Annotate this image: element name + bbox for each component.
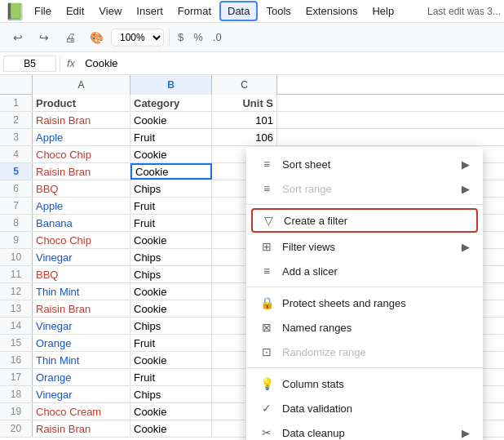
dropdown-item-label: Create a filter — [284, 215, 347, 227]
cell-a[interactable]: Thin Mint — [33, 352, 130, 368]
zoom-select[interactable]: 100% — [111, 29, 164, 47]
dropdown-item-data-cleanup[interactable]: ✂ Data cleanup ▶ — [246, 420, 483, 440]
menu-edit[interactable]: Edit — [60, 2, 91, 20]
undo-button[interactable]: ↩ — [7, 26, 29, 49]
dropdown-item-data-validation[interactable]: ✓ Data validation — [246, 396, 483, 420]
dropdown-separator — [246, 367, 483, 368]
formula-bar: fx — [0, 52, 504, 75]
row-number: 20 — [0, 420, 33, 437]
table-row[interactable]: 3 Apple Fruit 106 — [0, 129, 504, 146]
cell-b[interactable]: Cookie — [130, 403, 212, 420]
cell-a[interactable]: Choco Cream — [33, 403, 130, 420]
randomize-icon: ⊡ — [259, 344, 274, 359]
cell-a[interactable]: Raisin Bran — [33, 112, 130, 128]
menu-help[interactable]: Help — [365, 2, 400, 20]
cell-a[interactable]: Thin Mint — [33, 283, 130, 300]
dropdown-item-label: Sort sheet — [282, 158, 330, 171]
dropdown-item-named-ranges[interactable]: ⊠ Named ranges — [246, 315, 483, 340]
cell-a[interactable]: BBQ — [33, 180, 130, 197]
cell-a[interactable]: Choco Chip — [33, 232, 130, 248]
filter-views-icon: ⊞ — [259, 239, 274, 254]
menu-format[interactable]: Format — [171, 2, 218, 20]
menu-insert[interactable]: Insert — [130, 2, 170, 20]
cell-reference-input[interactable] — [3, 56, 56, 72]
cell-b[interactable]: Chips — [130, 249, 212, 265]
table-row[interactable]: 1 Product Category Unit S — [0, 95, 504, 112]
print-button[interactable]: 🖨 — [59, 26, 82, 49]
redo-button[interactable]: ↪ — [33, 26, 55, 49]
percent-button[interactable]: % — [190, 29, 206, 45]
cell-b[interactable]: Cookie — [130, 146, 212, 162]
cell-a[interactable]: BBQ — [33, 266, 130, 282]
row-number: 17 — [0, 369, 33, 385]
cell-b[interactable]: Fruit — [130, 129, 212, 145]
cell-a[interactable]: Vinegar — [33, 318, 130, 334]
row-number: 16 — [0, 352, 33, 368]
arrow-icon: ▶ — [462, 241, 470, 253]
menu-data[interactable]: Data — [219, 1, 258, 21]
cell-a[interactable]: Raisin Bran — [33, 420, 130, 437]
cell-a[interactable]: Raisin Bran — [33, 163, 130, 180]
paint-button[interactable]: 🎨 — [85, 26, 108, 49]
dropdown-item-sort-sheet[interactable]: ≡ Sort sheet ▶ — [246, 152, 483, 176]
cell-b[interactable]: Cookie — [130, 112, 212, 128]
cell-b[interactable]: Fruit — [130, 215, 212, 231]
dropdown-item-create-filter[interactable]: ▽ Create a filter — [251, 208, 478, 233]
cell-a[interactable]: Orange — [33, 335, 130, 351]
cell-b[interactable]: Category — [130, 95, 212, 111]
menu-file[interactable]: File — [28, 2, 58, 20]
cell-b[interactable]: Cookie — [130, 283, 212, 300]
col-header-b[interactable]: B — [130, 75, 212, 95]
cell-c[interactable]: 106 — [212, 129, 277, 145]
dropdown-item-add-slicer[interactable]: ≡ Add a slicer — [246, 259, 483, 283]
dropdown-separator — [246, 204, 483, 205]
cell-b[interactable]: Chips — [130, 318, 212, 334]
fx-label: fx — [64, 57, 78, 69]
row-number: 1 — [0, 95, 33, 111]
cell-a[interactable]: Apple — [33, 129, 130, 145]
dropdown-item-col-stats[interactable]: 💡 Column stats — [246, 371, 483, 396]
col-header-a[interactable]: A — [33, 75, 130, 95]
cell-a[interactable]: Vinegar — [33, 249, 130, 265]
cell-b[interactable]: Chips — [130, 180, 212, 197]
decimal-button[interactable]: .0 — [210, 29, 225, 45]
row-number: 19 — [0, 403, 33, 420]
col-header-c[interactable]: C — [212, 75, 277, 95]
cell-a[interactable]: Apple — [33, 198, 130, 214]
cell-c[interactable]: 101 — [212, 112, 277, 128]
menu-view[interactable]: View — [92, 2, 128, 20]
cell-b[interactable]: Fruit — [130, 198, 212, 214]
cell-a[interactable]: Product — [33, 95, 130, 111]
protect-icon: 🔒 — [259, 296, 274, 310]
cell-b[interactable]: Cookie — [130, 232, 212, 248]
cell-b[interactable]: Fruit — [130, 335, 212, 351]
row-number: 4 — [0, 146, 33, 162]
row-number: 13 — [0, 300, 33, 317]
dropdown-item-filter-views[interactable]: ⊞ Filter views ▶ — [246, 234, 483, 259]
cell-c[interactable]: Unit S — [212, 95, 277, 111]
cell-b[interactable]: Cookie — [130, 300, 212, 317]
cell-b[interactable]: Cookie — [130, 352, 212, 368]
row-number: 15 — [0, 335, 33, 351]
table-row[interactable]: 2 Raisin Bran Cookie 101 — [0, 112, 504, 129]
row-number: 2 — [0, 112, 33, 128]
dollar-button[interactable]: $ — [175, 29, 187, 45]
dropdown-item-label: Data cleanup — [282, 427, 345, 439]
menu-extensions[interactable]: Extensions — [299, 2, 365, 20]
cell-a[interactable]: Vinegar — [33, 386, 130, 402]
cell-a[interactable]: Raisin Bran — [33, 300, 130, 317]
dropdown-item-protect[interactable]: 🔒 Protect sheets and ranges — [246, 291, 483, 315]
cell-b[interactable]: Chips — [130, 266, 212, 282]
cell-a[interactable]: Choco Chip — [33, 146, 130, 162]
cell-b[interactable]: Cookie — [130, 163, 212, 180]
formula-input[interactable] — [82, 56, 501, 71]
create-filter-icon: ▽ — [261, 213, 276, 228]
cell-b[interactable]: Chips — [130, 386, 212, 402]
data-validation-icon: ✓ — [259, 401, 274, 416]
cell-b[interactable]: Fruit — [130, 369, 212, 385]
dropdown-item-label: Filter views — [282, 241, 335, 253]
cell-a[interactable]: Banana — [33, 215, 130, 231]
menu-tools[interactable]: Tools — [259, 2, 297, 20]
cell-a[interactable]: Orange — [33, 369, 130, 385]
cell-b[interactable]: Cookie — [130, 420, 212, 437]
